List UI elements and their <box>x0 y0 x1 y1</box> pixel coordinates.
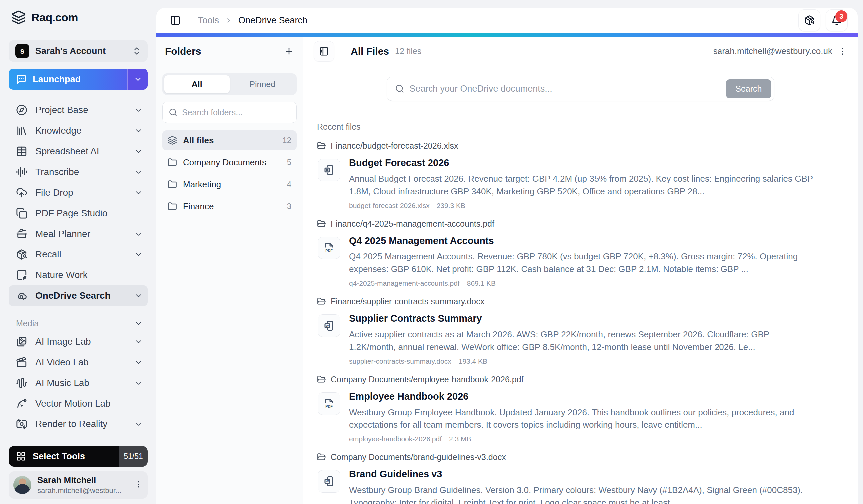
file-group: Finance/budget-forecast-2026.xlsx Budget… <box>317 141 844 210</box>
file-description: Active supplier contracts as at March 20… <box>349 328 815 353</box>
tab-all[interactable]: All <box>164 75 230 93</box>
audio-lines-icon <box>16 166 27 178</box>
notifications-button[interactable]: 3 <box>826 9 848 31</box>
file-card[interactable]: W Supplier Contracts Summary Active supp… <box>317 313 844 365</box>
sidebar-section-media[interactable]: Media <box>9 315 148 331</box>
launchpad-main[interactable]: Launchpad <box>9 68 127 90</box>
account-name: Sarah's Account <box>35 46 126 56</box>
main-panel: Tools OneDrive Search 3 Folders <box>157 8 858 504</box>
file-group: Finance/q4-2025-management-accounts.pdf … <box>317 219 844 287</box>
sidebar-item-pdf-page-studio[interactable]: PDF Page Studio <box>9 203 148 223</box>
chevron-down-icon <box>134 319 142 328</box>
folders-panel: Folders All Pinned All f <box>157 37 303 504</box>
search-icon <box>169 108 177 117</box>
file-filename: q4-2025-management-accounts.pdf <box>349 280 460 287</box>
xlsx-file-icon <box>318 159 340 181</box>
sidebar-item-knowledge[interactable]: Knowledge <box>9 120 148 141</box>
file-card[interactable]: PDF Q4 2025 Management Accounts Q4 2025 … <box>317 235 844 287</box>
sidebar-item-onedrive-search[interactable]: OneDrive Search <box>9 285 148 306</box>
sidebar-item-transcribe[interactable]: Transcribe <box>9 162 148 182</box>
chevron-down-icon <box>134 75 142 83</box>
file-size: 193.4 KB <box>459 357 487 365</box>
chevron-down-icon <box>134 127 142 135</box>
sidebar-toggle-button[interactable] <box>166 11 185 29</box>
sidebar-item-meal-planner[interactable]: Meal Planner <box>9 223 148 244</box>
file-size: 869.1 KB <box>467 280 496 287</box>
folder-icon <box>168 202 177 211</box>
folder-item-marketing[interactable]: Marketing 4 <box>162 174 297 194</box>
brand-layers-logo-icon <box>11 10 26 25</box>
document-search-bar[interactable]: Search <box>387 77 774 101</box>
select-tools-button[interactable]: Select Tools 51/51 <box>9 446 148 467</box>
file-path: Company Documents/employee-handbook-2026… <box>330 375 524 384</box>
plus-icon <box>284 46 294 56</box>
sidebar-item-render-to-reality[interactable]: Render to Reality <box>9 414 148 435</box>
launchpad-expand-button[interactable] <box>127 68 148 90</box>
sidebar-item-label: File Drop <box>35 187 126 198</box>
search-button[interactable]: Search <box>726 79 771 99</box>
sidebar-item-label: AI Image Lab <box>35 336 126 347</box>
folder-item-all-files[interactable]: All files 12 <box>162 130 297 150</box>
chevron-down-icon <box>134 106 142 114</box>
recent-files-label: Recent files <box>317 122 844 132</box>
file-path-row: Finance/supplier-contracts-summary.docx <box>317 297 844 306</box>
file-title[interactable]: Brand Guidelines v3 <box>349 469 844 480</box>
sidebar-item-ai-music-lab[interactable]: AI Music Lab <box>9 373 148 393</box>
sidebar-item-label: Nature Work <box>35 270 142 281</box>
file-card[interactable]: W Brand Guidelines v3 Westbury Group Bra… <box>317 469 844 504</box>
account-switcher[interactable]: s Sarah's Account <box>9 40 148 62</box>
user-menu-kebab-icon[interactable] <box>134 480 142 490</box>
file-title[interactable]: Supplier Contracts Summary <box>349 313 844 324</box>
document-search-input[interactable] <box>410 84 721 94</box>
breadcrumb-tools[interactable]: Tools <box>198 15 219 26</box>
folder-item-finance[interactable]: Finance 3 <box>162 196 297 216</box>
sidebar-item-file-drop[interactable]: File Drop <box>9 182 148 203</box>
sidebar-item-vector-motion-lab[interactable]: Vector Motion Lab <box>9 393 148 414</box>
select-tools-main[interactable]: Select Tools <box>9 446 118 467</box>
folder-item-company-documents[interactable]: Company Documents 5 <box>162 152 297 172</box>
file-path-row: Company Documents/brand-guidelines-v3.do… <box>317 452 844 462</box>
svg-text:W: W <box>326 324 329 327</box>
launchpad-button[interactable]: Launchpad <box>9 68 148 90</box>
sidebar-item-label: PDF Page Studio <box>35 208 142 219</box>
file-path: Finance/supplier-contracts-summary.docx <box>330 297 485 306</box>
file-title[interactable]: Budget Forecast 2026 <box>349 157 844 168</box>
package-search-button[interactable] <box>798 9 821 31</box>
file-size: 2.3 MB <box>449 435 472 443</box>
sidebar-item-ai-video-lab[interactable]: AI Video Lab <box>9 352 148 373</box>
folders-title: Folders <box>165 46 201 57</box>
file-description: Annual Budget Forecast 2026. Revenue tar… <box>349 172 815 198</box>
files-menu-kebab-icon[interactable] <box>838 47 847 56</box>
sidebar-item-label: Recall <box>35 249 126 260</box>
file-card[interactable]: PDF Employee Handbook 2026 Westbury Grou… <box>317 391 844 443</box>
images-icon <box>16 336 27 347</box>
svg-text:W: W <box>326 479 329 483</box>
user-profile-card[interactable]: Sarah Mitchell sarah.mitchell@westbur... <box>9 471 148 499</box>
brand-name: Raq.com <box>31 11 78 24</box>
folder-search[interactable] <box>162 102 297 123</box>
sidebar-item-nature-work[interactable]: Nature Work <box>9 265 148 285</box>
tab-pinned[interactable]: Pinned <box>230 75 295 93</box>
collapse-folders-button[interactable] <box>314 41 334 62</box>
header-actions: 3 <box>798 9 848 31</box>
chevron-down-icon <box>134 292 142 300</box>
chevron-down-icon <box>134 147 142 156</box>
clapperboard-icon <box>16 357 27 368</box>
file-title[interactable]: Q4 2025 Management Accounts <box>349 235 844 246</box>
sidebar-item-recall[interactable]: Recall <box>9 244 148 265</box>
folder-search-input[interactable] <box>182 108 290 117</box>
sidebar-item-spreadsheet-ai[interactable]: Spreadsheet AI <box>9 141 148 162</box>
file-card[interactable]: Budget Forecast 2026 Annual Budget Forec… <box>317 157 844 210</box>
add-folder-button[interactable] <box>284 46 294 56</box>
sidebar-item-label: AI Video Lab <box>35 357 126 367</box>
sidebar-item-ai-image-lab[interactable]: AI Image Lab <box>9 331 148 352</box>
sidebar-item-project-base[interactable]: Project Base <box>9 100 148 120</box>
select-tools-count-badge: 51/51 <box>118 446 148 467</box>
folder-count: 4 <box>287 180 291 189</box>
chevron-down-icon <box>134 379 142 387</box>
file-title[interactable]: Employee Handbook 2026 <box>349 391 844 402</box>
search-section: Search <box>303 66 858 114</box>
file-path: Company Documents/brand-guidelines-v3.do… <box>330 452 506 462</box>
breadcrumb: Tools OneDrive Search <box>198 15 307 26</box>
sidebar-item-label: Project Base <box>35 105 126 115</box>
